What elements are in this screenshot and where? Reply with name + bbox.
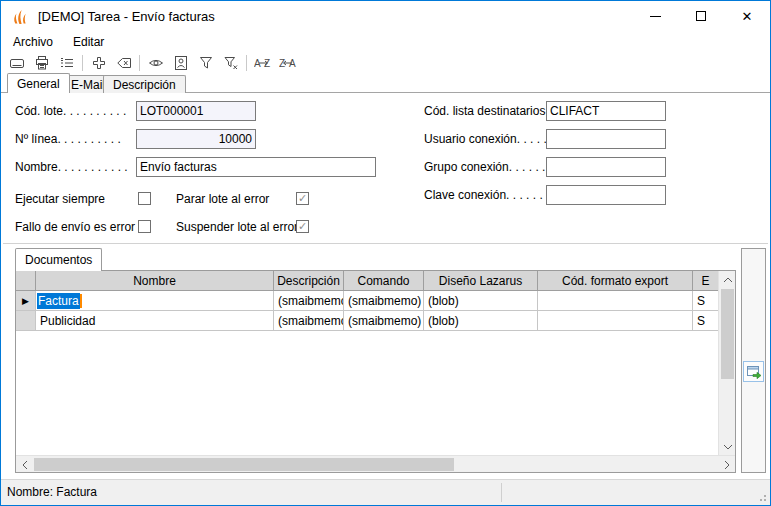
toolbar: AZ ZA xyxy=(1,52,770,74)
cod-lista-label: Cód. lista destinatarios. . xyxy=(424,101,555,121)
toolbar-separator xyxy=(82,55,83,71)
minimize-icon xyxy=(650,16,661,17)
row-marker-icon: ▶ xyxy=(22,296,29,306)
ejecutar-siempre-checkbox[interactable] xyxy=(138,192,151,205)
menu-archivo[interactable]: Archivo xyxy=(5,33,61,51)
current-row-indicator: ▶ xyxy=(16,291,36,311)
resize-grip[interactable] xyxy=(756,491,768,503)
status-text: Nombre: Factura xyxy=(7,485,97,499)
grid-header-e[interactable]: E xyxy=(693,271,718,291)
tab-descripcion[interactable]: Descripción xyxy=(103,75,186,93)
tab-documentos[interactable]: Documentos xyxy=(15,248,102,271)
selected-text: Factura xyxy=(37,293,80,309)
parar-lote-checkbox[interactable]: ✓ xyxy=(296,192,309,205)
delete-icon[interactable] xyxy=(111,53,136,73)
menu-editar[interactable]: Editar xyxy=(65,33,112,51)
suspender-lote-label: Suspender lote al error xyxy=(176,217,298,237)
grid-header-indicator xyxy=(16,271,36,291)
scroll-right-icon[interactable] xyxy=(718,456,735,473)
cell-descripcion[interactable]: (smaibmemo) xyxy=(274,311,344,331)
check-icon: ✓ xyxy=(298,193,307,204)
ejecutar-siempre-label: Ejecutar siempre xyxy=(15,189,105,209)
add-icon[interactable] xyxy=(86,53,111,73)
grupo-label: Grupo conexión. . . . . . xyxy=(424,157,545,177)
documents-grid: Nombre Descripción Comando Diseño Lazaru… xyxy=(15,270,736,473)
close-icon: ✕ xyxy=(742,10,753,23)
cod-lista-field[interactable] xyxy=(546,101,666,121)
table-row[interactable]: ▶ Factura (smaibmemo) (smaibmemo) (blob)… xyxy=(16,291,718,311)
cell-e[interactable]: S xyxy=(693,291,718,311)
status-bar: Nombre: Factura xyxy=(1,479,770,505)
app-logo-icon xyxy=(10,7,30,27)
toolbar-separator xyxy=(246,55,247,71)
num-linea-field[interactable] xyxy=(136,129,256,149)
nombre-field[interactable] xyxy=(136,157,376,177)
grid-vertical-scrollbar[interactable] xyxy=(718,271,735,455)
fallo-envio-label: Fallo de envío es error xyxy=(15,217,135,237)
cell-nombre[interactable]: Factura xyxy=(36,291,274,311)
cell-nombre[interactable]: Publicidad xyxy=(36,311,274,331)
minimize-button[interactable] xyxy=(632,1,678,31)
row-indicator xyxy=(16,311,36,331)
cell-formato[interactable] xyxy=(538,311,693,331)
app-window: [DEMO] Tarea - Envío facturas ✕ Archivo … xyxy=(0,0,771,506)
nombre-label: Nombre. . . . . . . . . . . xyxy=(15,157,128,177)
check-icon: ✓ xyxy=(298,221,307,232)
cell-descripcion[interactable]: (smaibmemo) xyxy=(274,291,344,311)
usuario-field[interactable] xyxy=(546,129,666,149)
sort-za-icon[interactable]: ZA xyxy=(275,53,300,73)
list-icon[interactable] xyxy=(54,53,79,73)
grid-header-comando[interactable]: Comando xyxy=(344,271,424,291)
cell-diseno[interactable]: (blob) xyxy=(424,291,538,311)
sort-az-icon[interactable]: AZ xyxy=(250,53,275,73)
record-user-icon[interactable] xyxy=(168,53,193,73)
cell-e[interactable]: S xyxy=(693,311,718,331)
scroll-down-icon[interactable] xyxy=(719,438,736,455)
menu-bar: Archivo Editar xyxy=(1,32,770,52)
num-linea-label: Nº línea. . . . . . . . . . xyxy=(15,129,121,149)
parar-lote-label: Parar lote al error xyxy=(176,189,269,209)
suspender-lote-checkbox[interactable]: ✓ xyxy=(296,220,309,233)
grid-side-panel xyxy=(741,248,766,473)
title-bar: [DEMO] Tarea - Envío facturas ✕ xyxy=(1,1,770,32)
cell-comando[interactable]: (smaibmemo) xyxy=(344,311,424,331)
close-button[interactable]: ✕ xyxy=(724,1,770,31)
cell-formato[interactable] xyxy=(538,291,693,311)
cell-comando[interactable]: (smaibmemo) xyxy=(344,291,424,311)
cod-lote-label: Cód. lote. . . . . . . . . . xyxy=(15,101,126,121)
grid-header-cod-formato-export[interactable]: Cód. formato export xyxy=(538,271,693,291)
window-title: [DEMO] Tarea - Envío facturas xyxy=(38,9,215,24)
clave-field[interactable] xyxy=(546,185,666,205)
filter-clear-icon[interactable] xyxy=(218,53,243,73)
tab-general[interactable]: General xyxy=(7,73,70,93)
maximize-icon xyxy=(696,11,706,21)
scroll-up-icon[interactable] xyxy=(719,271,736,288)
table-row[interactable]: Publicidad (smaibmemo) (smaibmemo) (blob… xyxy=(16,311,718,331)
grid-header-descripcion[interactable]: Descripción xyxy=(274,271,344,291)
grupo-field[interactable] xyxy=(546,157,666,177)
status-divider xyxy=(501,483,502,502)
filter-icon[interactable] xyxy=(193,53,218,73)
fallo-envio-checkbox[interactable] xyxy=(138,220,151,233)
maximize-button[interactable] xyxy=(678,1,724,31)
grid-header-row: Nombre Descripción Comando Diseño Lazaru… xyxy=(16,271,718,291)
window-controls: ✕ xyxy=(632,1,770,31)
usuario-label: Usuario conexión. . . . . xyxy=(424,129,547,149)
cod-lote-field[interactable] xyxy=(136,101,256,121)
horizontal-scroll-thumb[interactable] xyxy=(34,458,454,471)
scroll-left-icon[interactable] xyxy=(16,456,33,473)
view-icon[interactable] xyxy=(143,53,168,73)
window-icon[interactable] xyxy=(4,53,29,73)
section-divider xyxy=(3,243,768,245)
grid-horizontal-scrollbar[interactable] xyxy=(16,455,735,472)
toolbar-separator xyxy=(139,55,140,71)
clave-label: Clave conexión. . . . . . xyxy=(424,185,543,205)
open-window-icon xyxy=(746,364,762,380)
vertical-scroll-thumb[interactable] xyxy=(721,289,734,379)
open-document-button[interactable] xyxy=(743,361,764,382)
print-icon[interactable] xyxy=(29,53,54,73)
grid-header-nombre[interactable]: Nombre xyxy=(36,271,274,291)
text-caret xyxy=(80,294,82,308)
grid-header-diseno-lazarus[interactable]: Diseño Lazarus xyxy=(424,271,538,291)
cell-diseno[interactable]: (blob) xyxy=(424,311,538,331)
